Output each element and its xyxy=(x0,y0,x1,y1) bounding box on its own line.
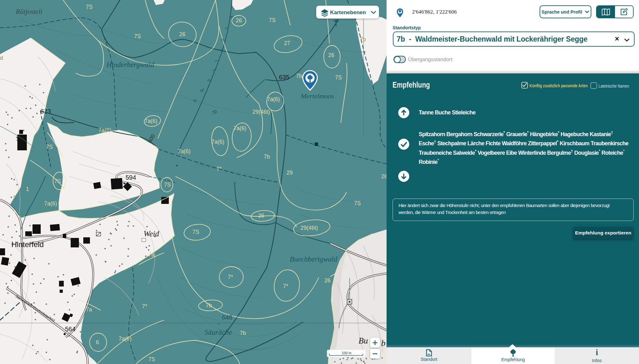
svg-text:26: 26 xyxy=(324,277,330,284)
svg-text:7S: 7S xyxy=(164,182,171,188)
svg-text:7S: 7S xyxy=(269,17,275,23)
svg-text:7b: 7b xyxy=(360,36,366,43)
svg-text:7a(6): 7a(6) xyxy=(267,96,280,102)
svg-text:Säuräche: Säuräche xyxy=(204,328,232,336)
svg-text:7*: 7* xyxy=(283,283,288,289)
svg-text:564: 564 xyxy=(65,326,75,332)
svg-text:26: 26 xyxy=(381,173,387,180)
svg-text:7S: 7S xyxy=(335,74,342,81)
svg-text:26: 26 xyxy=(258,212,264,219)
svg-text:×: × xyxy=(218,321,220,326)
svg-text:7b: 7b xyxy=(206,302,212,309)
svg-text:d: d xyxy=(0,55,3,61)
svg-text:7a(6): 7a(6) xyxy=(119,336,132,342)
svg-text:26: 26 xyxy=(236,17,242,24)
svg-text:Buechberigwald: Buechberigwald xyxy=(290,255,337,263)
svg-text:Kartenebenen: Kartenebenen xyxy=(330,9,366,15)
svg-text:7a(6): 7a(6) xyxy=(98,127,111,133)
svg-text:7*: 7* xyxy=(228,274,233,280)
svg-text:Rütjosteli: Rütjosteli xyxy=(15,8,42,15)
svg-text:7a: 7a xyxy=(148,251,155,258)
svg-text:1: 1 xyxy=(26,186,29,192)
svg-text:7*: 7* xyxy=(142,303,147,309)
svg-text:b: b xyxy=(381,338,386,348)
svg-text:7a(6): 7a(6) xyxy=(145,118,157,124)
svg-text:7*: 7* xyxy=(216,166,222,172)
svg-text:Bu: Bu xyxy=(358,336,368,345)
svg-text:635: 635 xyxy=(279,74,289,81)
svg-text:Mertelmoos: Mertelmoos xyxy=(300,92,334,100)
svg-text:7S: 7S xyxy=(354,200,361,206)
svg-text:7a(6): 7a(6) xyxy=(234,125,246,131)
svg-text:Hinderbergwald: Hinderbergwald xyxy=(106,61,154,69)
svg-text:26: 26 xyxy=(179,31,185,38)
svg-text:7S: 7S xyxy=(54,178,61,184)
svg-text:29: 29 xyxy=(287,170,293,176)
svg-text:7S: 7S xyxy=(148,356,155,362)
svg-text:7S: 7S xyxy=(192,229,199,235)
svg-text:7b: 7b xyxy=(264,153,270,160)
svg-text:7b: 7b xyxy=(296,73,302,79)
svg-text:Hinterfeld: Hinterfeld xyxy=(11,240,44,249)
svg-text:7a: 7a xyxy=(86,306,92,313)
svg-text:7S: 7S xyxy=(86,4,92,10)
svg-text:26: 26 xyxy=(328,52,334,58)
svg-text:29(46t): 29(46t) xyxy=(252,109,270,115)
svg-text:7a(6): 7a(6) xyxy=(211,139,224,145)
svg-text:7S: 7S xyxy=(134,33,141,39)
svg-text:7a(6): 7a(6) xyxy=(44,200,57,207)
svg-text:646: 646 xyxy=(222,314,232,321)
svg-text:7a(6): 7a(6) xyxy=(178,148,191,154)
svg-text:27: 27 xyxy=(284,40,290,46)
svg-text:594: 594 xyxy=(126,174,136,181)
svg-text:7b: 7b xyxy=(240,330,246,336)
svg-text:29(46t): 29(46t) xyxy=(300,225,318,231)
svg-text:6: 6 xyxy=(96,339,99,345)
svg-text:100 m: 100 m xyxy=(342,351,352,355)
svg-text:Weid: Weid xyxy=(144,229,159,238)
svg-text:7S: 7S xyxy=(46,144,53,150)
